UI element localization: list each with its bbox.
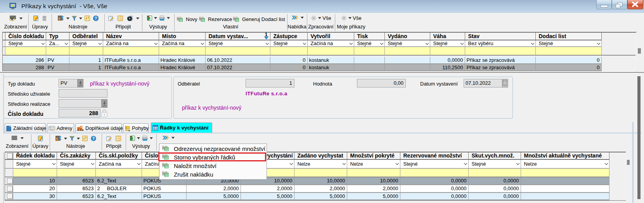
svg-text:X: X [149, 16, 151, 20]
svg-text:?: ? [92, 136, 94, 141]
svg-text:X: X [132, 136, 134, 140]
svg-text:?: ? [94, 16, 97, 21]
